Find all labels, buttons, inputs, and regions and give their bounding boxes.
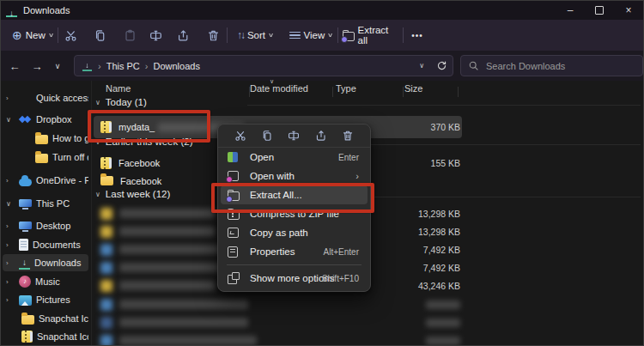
sidebar-item-quick-access[interactable]: ›Quick access xyxy=(3,89,88,106)
sidebar-item-downloads[interactable]: ›Downloads xyxy=(3,254,88,271)
sidebar-item-desktop[interactable]: ›Desktop xyxy=(3,217,88,234)
copy-button[interactable] xyxy=(88,24,112,46)
submenu-chevron-icon: › xyxy=(355,171,359,181)
copy-menu-button[interactable] xyxy=(256,126,278,145)
chevron-icon[interactable]: › xyxy=(6,278,19,286)
column-type[interactable]: Type xyxy=(336,83,356,94)
group-header-last-week-12[interactable]: ∨Last week (12) xyxy=(95,189,170,199)
chevron-icon[interactable]: › xyxy=(6,241,19,249)
menu-item-compress-to-zip-file[interactable]: Compress to ZIP file xyxy=(221,204,368,223)
column-name[interactable]: Name xyxy=(106,83,131,94)
blurred-file-name xyxy=(119,281,216,290)
menu-item-open-with[interactable]: Open with› xyxy=(221,167,368,185)
sidebar-item-this-pc[interactable]: ∨This PC xyxy=(3,195,88,212)
blurred-file-icon xyxy=(100,262,112,274)
column-separator[interactable] xyxy=(403,87,404,97)
address-dropdown-icon[interactable]: ∨ xyxy=(419,62,424,70)
sidebar-item-dropbox[interactable]: ∨Dropbox xyxy=(3,111,88,128)
chevron-icon[interactable]: › xyxy=(6,177,19,185)
sidebar-item-label: Dropbox xyxy=(36,114,72,124)
share-button[interactable] xyxy=(171,24,195,46)
sidebar-item-label: Snapchat Icon xyxy=(37,331,88,342)
rename-icon xyxy=(149,29,162,42)
chevron-icon[interactable]: ∨ xyxy=(6,200,19,208)
delete-button[interactable] xyxy=(201,24,225,46)
chevron-icon[interactable]: › xyxy=(6,94,19,102)
address-bar[interactable]: › This PC › Downloads ∨ xyxy=(74,55,453,76)
see-more-button[interactable]: ••• xyxy=(406,24,428,46)
paste-button[interactable] xyxy=(118,24,142,46)
pane-divider[interactable] xyxy=(91,81,92,346)
file-row-blurred[interactable] xyxy=(94,313,463,331)
menu-item-label: Properties xyxy=(250,246,295,257)
sidebar-item-music[interactable]: ›Music xyxy=(3,273,88,290)
sidebar-item-turn-off-dropbo[interactable]: Turn off dropbo xyxy=(3,149,88,166)
back-button[interactable]: ← xyxy=(4,57,25,76)
toolbar-separator xyxy=(403,27,404,43)
menu-item-copy-as-path[interactable]: Copy as path xyxy=(221,223,368,242)
cut-icon xyxy=(234,130,246,142)
menu-item-open[interactable]: OpenEnter xyxy=(221,148,368,167)
sidebar-item-snapchat-icon[interactable]: Snapchat Icon xyxy=(3,310,88,327)
group-header-earlier-this-week-2[interactable]: ∨Earlier this week (2) xyxy=(95,137,192,147)
blurred-file-icon xyxy=(100,280,112,292)
extract-all-button[interactable]: Extract all xyxy=(343,24,399,46)
maximize-button[interactable] xyxy=(585,1,614,20)
forward-button[interactable]: → xyxy=(27,57,47,76)
menu-separator xyxy=(227,264,361,265)
column-date-modified[interactable]: Date modified xyxy=(250,83,308,94)
group-header-today-1[interactable]: ∨Today (1) xyxy=(95,97,147,107)
sidebar-item-label: How to get Koo xyxy=(52,133,88,143)
file-row-blurred[interactable] xyxy=(94,331,463,346)
address-bar-row: ← → ∨ ↑ › This PC › Downloads ∨ xyxy=(1,51,643,82)
search-box[interactable] xyxy=(460,55,643,76)
command-bar: ⊕ New ∨ ↑↓ Sort ∨ View xyxy=(1,20,643,52)
search-input[interactable] xyxy=(484,60,625,72)
share-menu-button[interactable] xyxy=(310,126,332,145)
blurred-file-icon xyxy=(100,317,112,329)
blurred-file-name xyxy=(119,209,216,218)
file-row-blurred[interactable] xyxy=(94,295,463,313)
group-label: Today (1) xyxy=(106,97,147,107)
quick-actions-row xyxy=(218,124,370,148)
ellipsis-icon: ••• xyxy=(411,31,423,40)
column-size[interactable]: Size xyxy=(404,83,422,94)
recent-locations-button[interactable]: ∨ xyxy=(47,57,68,76)
cut-menu-button[interactable] xyxy=(229,126,252,145)
rename-button[interactable] xyxy=(143,24,167,46)
sidebar-item-onedrive-perso[interactable]: ›OneDrive - Perso xyxy=(3,172,88,189)
chevron-icon[interactable]: ∨ xyxy=(6,116,19,124)
column-separator[interactable] xyxy=(458,87,459,97)
minimize-button[interactable]: – xyxy=(556,1,585,20)
file-name: Facebook xyxy=(120,176,161,186)
close-button[interactable]: × xyxy=(614,1,643,20)
sort-button[interactable]: ↑↓ Sort ∨ xyxy=(231,24,279,46)
menu-item-extract-all[interactable]: Extract All... xyxy=(221,185,368,204)
delete-menu-button[interactable] xyxy=(337,126,359,145)
chevron-icon[interactable]: › xyxy=(6,259,19,267)
chevron-icon[interactable]: › xyxy=(6,296,19,304)
new-button[interactable]: ⊕ New ∨ xyxy=(9,24,56,46)
menu-item-properties[interactable]: PropertiesAlt+Enter xyxy=(221,242,368,261)
breadcrumb-this-pc[interactable]: This PC xyxy=(106,61,140,71)
new-label: New xyxy=(26,30,46,40)
blurred-file-icon xyxy=(100,299,112,311)
close-icon: × xyxy=(625,4,631,16)
sidebar-item-pictures[interactable]: ›Pictures xyxy=(3,291,88,308)
file-size: 13,298 KB xyxy=(377,209,460,219)
cut-button[interactable] xyxy=(58,24,82,46)
sidebar-item-label: Turn off dropbo xyxy=(52,152,88,162)
column-separator[interactable] xyxy=(249,87,250,97)
sidebar-item-documents[interactable]: ›Documents xyxy=(3,236,88,253)
sort-arrows-icon: ↑↓ xyxy=(237,29,244,41)
column-separator[interactable] xyxy=(332,87,333,97)
refresh-icon[interactable] xyxy=(436,60,447,71)
chevron-down-icon: ∨ xyxy=(95,138,100,146)
sidebar-item-how-to-get-koo[interactable]: How to get Koo xyxy=(3,130,88,147)
sidebar-item-snapchat-icon[interactable]: Snapchat Icon xyxy=(3,328,88,345)
menu-item-show-more-options[interactable]: Show more optionsShift+F10 xyxy=(221,269,368,288)
view-button[interactable]: View ∨ xyxy=(287,24,335,46)
breadcrumb-downloads[interactable]: Downloads xyxy=(153,61,199,71)
chevron-icon[interactable]: › xyxy=(6,222,19,230)
rename-menu-button[interactable] xyxy=(283,126,305,145)
